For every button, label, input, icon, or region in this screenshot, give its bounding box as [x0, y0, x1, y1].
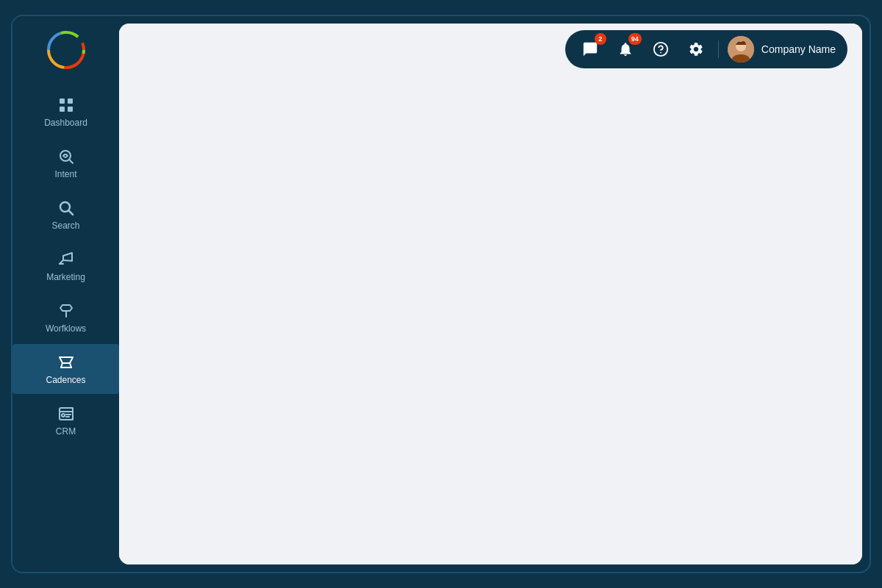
svg-point-21: [62, 414, 65, 417]
svg-rect-5: [68, 98, 73, 104]
sidebar-item-cadences-label: Cadences: [46, 375, 85, 385]
intent-icon: [57, 147, 76, 166]
marketing-icon: [57, 250, 76, 269]
svg-line-9: [69, 159, 73, 163]
sidebar-item-dashboard-label: Dashboard: [44, 118, 87, 128]
svg-rect-6: [60, 107, 65, 112]
header-toolbar: 2 94: [565, 30, 847, 68]
sidebar-item-search[interactable]: Search: [12, 190, 119, 240]
sidebar-item-crm[interactable]: CRM: [12, 395, 119, 445]
sidebar-item-search-label: Search: [51, 220, 79, 231]
svg-rect-7: [68, 107, 73, 112]
sidebar-item-workflows[interactable]: Worfklows: [12, 293, 119, 343]
sidebar-item-cadences[interactable]: Cadences: [12, 344, 119, 394]
sidebar: Dashboard Intent Search: [12, 16, 119, 572]
svg-line-11: [68, 211, 73, 215]
svg-marker-15: [60, 357, 73, 363]
svg-marker-12: [60, 253, 72, 264]
company-name-label: Company Name: [761, 43, 836, 55]
search-icon: [57, 198, 76, 218]
cadences-icon: [57, 353, 76, 372]
sidebar-item-workflows-label: Worfklows: [46, 323, 86, 334]
messages-badge: 2: [595, 33, 606, 45]
app-logo[interactable]: [47, 31, 85, 69]
crm-icon: [57, 404, 76, 423]
workflows-icon: [57, 301, 76, 320]
notifications-badge: 94: [628, 33, 642, 45]
user-profile[interactable]: Company Name: [728, 36, 836, 62]
header-divider: [718, 40, 719, 58]
sidebar-item-crm-label: CRM: [56, 426, 76, 437]
dashboard-icon: [57, 96, 76, 115]
notifications-button[interactable]: 94: [612, 36, 639, 62]
page-body: [119, 75, 862, 564]
settings-button[interactable]: [683, 36, 709, 62]
messages-button[interactable]: 2: [577, 36, 603, 62]
sidebar-item-dashboard[interactable]: Dashboard: [12, 87, 119, 137]
sidebar-item-marketing[interactable]: Marketing: [12, 241, 119, 291]
sidebar-item-intent-label: Intent: [54, 169, 76, 179]
svg-rect-4: [60, 98, 65, 104]
help-button[interactable]: [648, 36, 674, 62]
app-container: Dashboard Intent Search: [11, 15, 871, 573]
header: 2 94: [119, 24, 862, 75]
avatar: [728, 36, 754, 62]
sidebar-item-intent[interactable]: Intent: [12, 138, 119, 188]
main-content: 2 94: [119, 24, 862, 564]
sidebar-item-marketing-label: Marketing: [46, 272, 85, 282]
